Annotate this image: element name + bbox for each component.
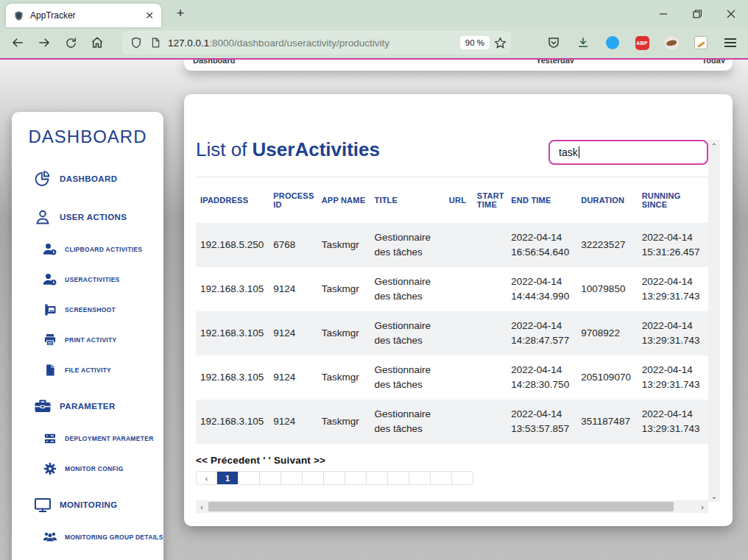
page-empty-cell[interactable] — [367, 471, 388, 485]
table-cell — [473, 267, 507, 311]
restore-button[interactable] — [680, 0, 714, 27]
page-empty-cell[interactable] — [452, 471, 473, 485]
column-header: IPADDRESS — [196, 177, 269, 223]
page-empty-cell[interactable] — [281, 471, 303, 485]
table-cell: 2022-04-14 14:28:47.577 — [507, 311, 576, 355]
scroll-right-icon[interactable]: › — [696, 500, 708, 513]
sidebar-item-print-activity[interactable]: PRINT ACTIVITY — [12, 330, 163, 349]
notes-extension-icon[interactable] — [694, 35, 708, 50]
table-cell — [445, 311, 473, 355]
next-page-link[interactable]: Suivant >> — [274, 455, 325, 466]
table-cell: 9124 — [269, 355, 317, 400]
sidebar-item-monitor-config[interactable]: MONITOR CONFIG — [12, 459, 163, 478]
downloads-icon[interactable] — [576, 35, 590, 50]
table-scroll-region[interactable]: IPADDRESSPROCESS IDAPP NAMETITLEURLSTART… — [196, 177, 708, 444]
forward-button[interactable] — [32, 32, 56, 54]
scroll-left-icon[interactable]: ‹ — [196, 500, 208, 513]
menu-hamburger-icon[interactable] — [723, 35, 738, 50]
table-cell — [706, 223, 708, 267]
table-cell — [445, 223, 473, 267]
column-header: DURATION — [576, 177, 637, 223]
scroll-down-icon[interactable]: ⌄ — [708, 490, 720, 502]
tab-strip: AppTracker ✕ + — [0, 0, 748, 27]
table-cell: 6768 — [269, 223, 317, 267]
table-row[interactable]: 192.168.3.1059124TaskmgrGestionnaire des… — [196, 400, 708, 444]
sidebar-item-monitoring-group-details[interactable]: MONITORING GROUP DETAILS — [12, 528, 163, 546]
sidebar-item-screenshoot[interactable]: SCREENSHOOT — [12, 300, 163, 319]
sidebar-item-dashboard[interactable]: DASHBOARD — [12, 168, 163, 190]
column-header: URL DOMAIN — [706, 177, 708, 223]
useractivities-table: IPADDRESSPROCESS IDAPP NAMETITLEURLSTART… — [196, 177, 708, 444]
table-cell: 192.168.3.105 — [196, 311, 269, 355]
page-empty-cell[interactable] — [303, 471, 324, 485]
page-empty-cell[interactable] — [324, 471, 345, 485]
users-group-icon — [43, 530, 57, 545]
url-text[interactable]: 127.0.0.1:8000/dashboard/useractivity/pr… — [168, 38, 460, 49]
table-cell: 2022-04-14 14:44:34.990 — [507, 267, 576, 311]
sidebar-item-label: MONITORING — [60, 500, 118, 509]
search-input[interactable]: task — [548, 140, 708, 165]
page-empty-cell[interactable] — [409, 471, 431, 485]
close-window-button[interactable] — [714, 0, 748, 27]
page-prev-cell[interactable]: ‹ — [196, 471, 217, 485]
table-row[interactable]: 192.168.3.1059124TaskmgrGestionnaire des… — [196, 311, 708, 355]
page-empty-cell[interactable] — [431, 471, 452, 485]
user-clock-icon — [43, 272, 57, 287]
table-cell: 2022-04-14 13:53:57.857 — [507, 400, 576, 444]
prev-page-link[interactable]: << Précedent — [196, 455, 260, 466]
pocket-icon[interactable] — [546, 35, 561, 50]
table-cell: 192.168.3.105 — [196, 355, 269, 400]
gear-icon — [43, 461, 57, 476]
sidebar-item-file-activity[interactable]: FILE ACTIVITY — [12, 361, 163, 379]
minimize-button[interactable] — [646, 0, 680, 27]
shield-permissions-icon[interactable] — [127, 37, 146, 49]
table-body: 192.168.5.2506768TaskmgrGestionnaire des… — [196, 223, 708, 444]
column-header: APP NAME — [317, 177, 370, 223]
sidebar-item-monitoring[interactable]: MONITORING — [12, 494, 163, 516]
sidebar-item-label: PARAMETER — [60, 402, 116, 411]
page-empty-cell[interactable] — [388, 471, 409, 485]
sidebar-item-label: USER ACTIONS — [60, 213, 127, 221]
page-empty-cell[interactable] — [345, 471, 367, 485]
table-cell — [706, 267, 708, 311]
page-number-cell[interactable]: 1 — [217, 471, 239, 485]
sidebar: DASHBOARD DASHBOARDUSER ACTIONSCLIPBOARD… — [12, 112, 163, 560]
favicon-shield-icon — [13, 10, 24, 21]
zoom-level-badge[interactable]: 90 % — [460, 36, 490, 49]
page-info-icon[interactable] — [146, 37, 165, 49]
extension-monkey-icon[interactable] — [664, 35, 679, 50]
bookmark-star-icon[interactable] — [494, 37, 507, 49]
clipped-nav-fragment[interactable]: Today — [702, 60, 725, 63]
url-bar[interactable]: 127.0.0.1:8000/dashboard/useractivity/pr… — [122, 31, 511, 54]
scrollbar-thumb[interactable] — [208, 502, 674, 511]
sidebar-item-deployment-parameter[interactable]: DEPLOYMENT PARAMETER — [12, 429, 163, 447]
sidebar-item-user-actions[interactable]: USER ACTIONS — [12, 206, 163, 228]
pagination-separator: ' ' — [263, 455, 271, 466]
page-empty-cell[interactable] — [239, 471, 260, 485]
vertical-scrollbar[interactable]: ⌃ ⌄ — [708, 140, 720, 502]
sidebar-item-parameter[interactable]: PARAMETER — [12, 395, 163, 417]
clipped-nav-fragment[interactable]: Yesterday — [536, 60, 574, 63]
tab-close-icon[interactable]: ✕ — [145, 10, 154, 21]
back-button[interactable] — [6, 32, 29, 54]
adblock-plus-icon[interactable]: ABP — [635, 35, 649, 50]
extension-blue-icon[interactable] — [605, 35, 620, 50]
table-row[interactable]: 192.168.3.1059124TaskmgrGestionnaire des… — [196, 355, 708, 400]
scroll-up-icon[interactable]: ⌃ — [708, 140, 720, 152]
sidebar-item-clipboard-activities[interactable]: CLIPBOARD ACTIVITIES — [12, 240, 163, 258]
table-row[interactable]: 192.168.5.2506768TaskmgrGestionnaire des… — [196, 223, 708, 267]
clipped-nav-fragment[interactable]: Dashboard — [193, 60, 235, 63]
home-button[interactable] — [85, 32, 109, 54]
reload-button[interactable] — [59, 32, 82, 54]
new-tab-button[interactable]: + — [171, 6, 190, 21]
sidebar-item-label: DEPLOYMENT PARAMETER — [65, 435, 154, 442]
browser-tab[interactable]: AppTracker ✕ — [6, 4, 161, 27]
useractivities-card: List of UserActivities task ⌃ ⌄ IPADDRES… — [184, 94, 733, 526]
sidebar-item-useractivities[interactable]: USERACTIVITIES — [12, 270, 163, 288]
table-row[interactable]: 192.168.3.1059124TaskmgrGestionnaire des… — [196, 267, 708, 311]
server-icon — [43, 431, 57, 446]
horizontal-scrollbar[interactable]: ‹ › — [196, 500, 708, 513]
page-empty-cell[interactable] — [260, 471, 281, 485]
table-cell: 192.168.5.250 — [196, 223, 269, 267]
table-cell: 2022-04-14 14:28:30.750 — [507, 355, 576, 400]
